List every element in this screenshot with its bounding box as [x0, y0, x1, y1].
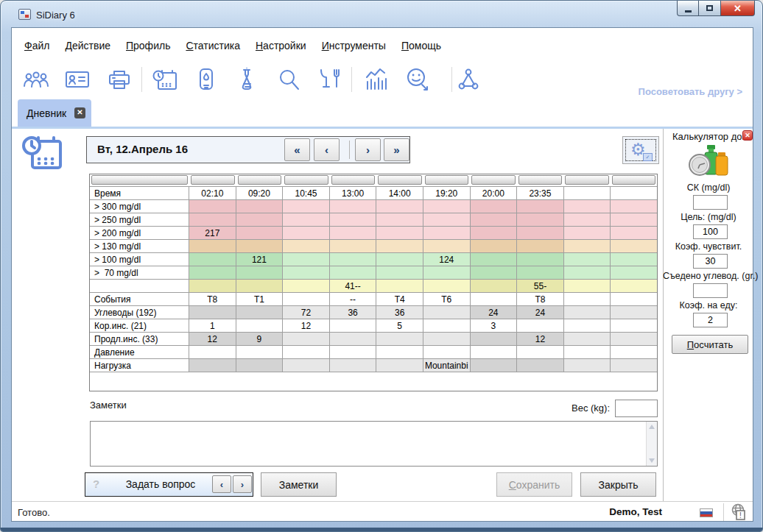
time-header-cell[interactable]: 02:10 [189, 187, 236, 199]
diary-cell[interactable] [283, 253, 330, 266]
time-header-cell[interactable] [564, 187, 611, 199]
diary-cell[interactable] [283, 227, 330, 239]
diary-cell[interactable] [376, 200, 423, 213]
diary-cell[interactable] [471, 240, 518, 252]
calc-input-carb-factor[interactable] [693, 313, 728, 327]
diary-cell[interactable] [564, 213, 611, 226]
notes-scrollbar[interactable] [646, 422, 657, 466]
compute-button[interactable]: Посчитать [672, 335, 748, 354]
diary-cell[interactable]: 124 [423, 253, 471, 266]
diary-cell[interactable]: -- [330, 293, 377, 305]
time-header-cell[interactable]: 10:45 [283, 187, 330, 199]
diary-cell[interactable] [283, 333, 330, 345]
menu-item-file[interactable]: Файл [19, 37, 54, 54]
diary-cell[interactable] [564, 319, 611, 332]
diary-cell[interactable] [283, 213, 330, 226]
diary-cell[interactable] [517, 319, 564, 332]
diary-cell[interactable]: T8 [517, 293, 564, 305]
flask-icon[interactable] [232, 65, 261, 94]
diary-cell[interactable] [236, 266, 284, 279]
diary-cell[interactable] [611, 333, 657, 345]
diary-cell[interactable] [517, 213, 564, 226]
column-header-button[interactable] [471, 175, 516, 185]
diary-cell[interactable] [471, 333, 518, 345]
diary-cell[interactable] [611, 253, 657, 266]
diary-cell[interactable]: 24 [471, 306, 518, 319]
diary-cell[interactable] [189, 359, 236, 372]
time-header-cell[interactable]: 23:35 [517, 187, 564, 199]
diary-cell[interactable] [376, 359, 423, 372]
column-header-button[interactable] [612, 175, 656, 185]
diary-cell[interactable]: 121 [236, 253, 284, 266]
diary-cell[interactable] [517, 253, 564, 266]
diary-cell[interactable]: T6 [423, 293, 471, 305]
diary-cell[interactable] [564, 280, 611, 292]
ask-next-button[interactable]: › [233, 475, 252, 493]
tab-close-icon[interactable]: ✕ [74, 107, 85, 118]
diary-cell[interactable] [189, 280, 236, 292]
ask-question-button[interactable]: ? Задать вопрос ‹ › [85, 472, 253, 497]
ask-prev-button[interactable]: ‹ [212, 475, 231, 493]
diary-cell[interactable] [423, 346, 471, 358]
diary-cell[interactable] [564, 200, 611, 213]
diary-cell[interactable]: 3 [471, 319, 518, 332]
notes-button[interactable]: Заметки [261, 472, 337, 497]
diary-cell[interactable] [330, 240, 377, 252]
diary-cell[interactable] [236, 200, 284, 213]
diary-cell[interactable] [283, 359, 330, 372]
diary-cell[interactable] [236, 280, 284, 292]
notes-textarea[interactable] [91, 422, 646, 466]
close-button[interactable]: Закрыть [580, 472, 656, 497]
printer-icon[interactable] [105, 65, 134, 94]
column-header-button[interactable] [91, 175, 188, 185]
diary-cell[interactable] [283, 200, 330, 213]
diary-cell[interactable]: 12 [189, 333, 236, 345]
time-header-cell[interactable] [611, 187, 657, 199]
diary-cell[interactable]: 9 [236, 333, 284, 345]
diary-cell[interactable] [236, 306, 284, 319]
diary-cell[interactable] [423, 306, 471, 319]
diary-cell[interactable] [283, 293, 330, 305]
first-day-button[interactable]: « [284, 138, 310, 161]
diary-icon[interactable] [150, 65, 180, 94]
diary-cell[interactable]: T1 [236, 293, 284, 305]
column-header-button[interactable] [284, 175, 328, 185]
diary-cell[interactable] [611, 213, 657, 226]
diary-cell[interactable] [564, 266, 611, 279]
diary-cell[interactable] [423, 280, 471, 292]
diary-cell[interactable] [517, 359, 564, 372]
diary-cell[interactable] [611, 200, 657, 213]
diary-cell[interactable] [564, 253, 611, 266]
diary-cell[interactable] [423, 319, 471, 332]
time-header-cell[interactable]: 20:00 [471, 187, 518, 199]
diary-cell[interactable] [189, 213, 236, 226]
diary-cell[interactable] [564, 359, 611, 372]
diary-cell[interactable] [611, 293, 657, 305]
diary-cell[interactable]: T8 [189, 293, 236, 305]
diary-cell[interactable] [517, 266, 564, 279]
calc-input-bg[interactable] [693, 195, 728, 210]
column-header-button[interactable] [378, 175, 422, 185]
column-header-button[interactable] [191, 175, 235, 185]
diary-cell[interactable] [517, 227, 564, 239]
search-icon[interactable] [274, 65, 303, 94]
diary-cell[interactable] [236, 319, 284, 332]
diary-cell[interactable] [376, 213, 423, 226]
diary-cell[interactable] [423, 200, 471, 213]
column-header-button[interactable] [425, 175, 469, 185]
diary-cell[interactable]: 36 [376, 306, 423, 319]
menu-item-statistics[interactable]: Статистика [180, 37, 245, 54]
column-header-button[interactable] [518, 175, 563, 185]
calc-input-target[interactable] [693, 224, 728, 239]
time-header-cell[interactable]: 13:00 [330, 187, 377, 199]
wellbeing-smiley-icon[interactable] [403, 65, 432, 94]
diary-cell[interactable] [611, 280, 657, 292]
statistics-icon[interactable] [362, 65, 392, 94]
diary-cell[interactable] [189, 253, 236, 266]
diary-cell[interactable] [611, 240, 657, 252]
diary-cell[interactable] [330, 200, 377, 213]
diary-cell[interactable]: 12 [517, 333, 564, 345]
diary-cell[interactable] [236, 346, 284, 358]
diary-cell[interactable] [236, 227, 284, 239]
column-header-button[interactable] [565, 175, 609, 185]
